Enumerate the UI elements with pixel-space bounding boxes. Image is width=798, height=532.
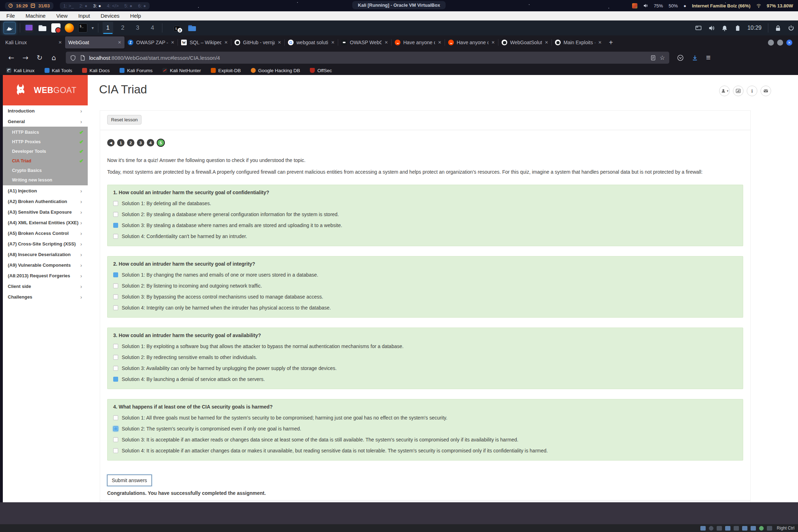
checkbox-checked-focused[interactable]	[113, 426, 118, 431]
host-workspace-5[interactable]: 5:●	[125, 3, 133, 8]
tab-webgoat-solutions-search[interactable]: webgoat solutions - ✕	[285, 36, 338, 48]
answer-option[interactable]: Solution 4: By launching a denial of ser…	[113, 376, 737, 382]
answer-option[interactable]: Solution 2: By redirecting sensitive ema…	[113, 354, 737, 360]
workspace-switcher[interactable]: 1:>_ 2:● 3:● 4:</> 5:● 6:●	[60, 2, 150, 10]
sidebar-item-cia-triad-current[interactable]: CIA Triad✔	[3, 156, 88, 166]
bookmark-offsec[interactable]: OffSec	[310, 68, 332, 73]
sidebar-item-general[interactable]: General›	[3, 116, 88, 127]
checkbox-unchecked[interactable]	[113, 355, 118, 360]
menu-file[interactable]: File	[6, 13, 15, 19]
tab-kali-linux[interactable]: Kali Linux ✕	[2, 36, 65, 48]
lesson-info-button[interactable]: i	[747, 86, 757, 96]
site-info-icon[interactable]	[80, 55, 86, 61]
tab-close-icon[interactable]: ✕	[171, 40, 174, 45]
sidebar-item-client-side[interactable]: Client side›	[3, 281, 88, 291]
workspace-3-button[interactable]: 3	[132, 22, 143, 34]
file-manager-icon[interactable]	[38, 23, 47, 33]
answer-option[interactable]: Solution 3: Availability can only be har…	[113, 365, 737, 371]
tab-close-icon[interactable]: ✕	[224, 40, 228, 45]
pocket-icon[interactable]	[677, 54, 684, 61]
sidebar-item-a4-xxe[interactable]: (A4) XML External Entities (XXE)›	[3, 217, 88, 228]
new-tab-button[interactable]: +	[605, 36, 617, 48]
report-card-button[interactable]	[733, 86, 744, 96]
display-status-icon[interactable]	[695, 25, 702, 31]
bookmark-kali-forums[interactable]: Kali Forums	[120, 68, 152, 73]
host-workspace-4[interactable]: 4:</>	[107, 3, 119, 8]
running-files-window[interactable]	[187, 23, 197, 33]
lock-screen-icon[interactable]	[775, 25, 781, 31]
tab-webgoat-active[interactable]: WebGoat ✕	[65, 36, 125, 48]
contact-button[interactable]	[761, 86, 771, 96]
tab-close-icon[interactable]: ✕	[598, 40, 602, 45]
sidebar-item-a8-2013-request-forgeries[interactable]: (A8:2013) Request Forgeries›	[3, 270, 88, 281]
sidebar-item-crypto-basics[interactable]: Crypto Basics	[3, 166, 88, 175]
kali-menu-button[interactable]	[4, 22, 16, 34]
checkbox-unchecked[interactable]	[113, 344, 118, 349]
panel-clock[interactable]: 10:29	[747, 25, 762, 31]
answer-option[interactable]: Solution 1: By deleting all the database…	[113, 201, 737, 206]
checkbox-checked[interactable]	[113, 272, 118, 277]
menu-hamburger-icon[interactable]: ≡	[706, 53, 711, 62]
window-close-button[interactable]: ✕	[786, 40, 792, 46]
notification-bell-icon[interactable]	[721, 25, 728, 31]
page-4-button[interactable]: 4	[147, 139, 154, 146]
checkbox-unchecked[interactable]	[113, 234, 118, 239]
back-button[interactable]: ←	[5, 52, 18, 64]
battery-status-icon[interactable]	[734, 25, 741, 31]
window-minimize-button[interactable]	[768, 40, 774, 46]
menu-input[interactable]: Input	[78, 13, 90, 19]
launcher-dropdown-icon[interactable]: ▾	[92, 25, 94, 30]
menu-help[interactable]: Help	[130, 13, 141, 19]
clock-widget[interactable]: 16:29 31/03	[5, 2, 53, 10]
tray-app-icon[interactable]	[632, 3, 637, 8]
tab-close-icon[interactable]: ✕	[384, 40, 388, 45]
tab-webgoatsolutions-repo[interactable]: WebGoatSolutions/S ✕	[498, 36, 551, 48]
bookmark-star-icon[interactable]: ☆	[660, 54, 665, 61]
answer-option[interactable]: Solution 3: By stealing a database where…	[113, 222, 737, 228]
host-workspace-3-active[interactable]: 3:●	[93, 3, 101, 8]
tab-close-icon[interactable]: ✕	[331, 40, 335, 45]
answer-option[interactable]: Solution 4: It is acceptable if an attac…	[113, 448, 737, 453]
logout-power-icon[interactable]	[788, 25, 794, 31]
host-workspace-1[interactable]: 1:>_	[63, 3, 74, 8]
sidebar-item-http-basics[interactable]: HTTP Basics✔	[3, 127, 88, 137]
checkbox-unchecked[interactable]	[113, 294, 118, 299]
tab-main-exploits[interactable]: Main Exploits · WebG ✕	[552, 36, 605, 48]
bookmark-exploit-db[interactable]: Exploit-DB	[211, 68, 241, 73]
tab-owasp-webgoat[interactable]: OWASP WebGoat: G ✕	[338, 36, 391, 48]
answer-option[interactable]: Solution 3: It is acceptable if an attac…	[113, 437, 737, 443]
tab-close-icon[interactable]: ✕	[118, 40, 121, 45]
checkbox-unchecked[interactable]	[113, 305, 118, 310]
menu-devices[interactable]: Devices	[101, 13, 120, 19]
checkbox-checked[interactable]	[113, 223, 118, 228]
audio-status-icon[interactable]	[708, 25, 715, 31]
sidebar-item-a2-broken-authentication[interactable]: (A2) Broken Authentication›	[3, 196, 88, 207]
checkbox-checked[interactable]	[113, 377, 118, 382]
bookmark-kali-nethunter[interactable]: Kali NetHunter	[162, 68, 201, 73]
home-button[interactable]: ⌂	[47, 52, 60, 64]
sidebar-item-a1-injection[interactable]: (A1) Injection›	[3, 185, 88, 196]
sidebar-item-a3-sensitive-data-exposure[interactable]: (A3) Sensitive Data Exposure›	[3, 207, 88, 217]
workspace-4-button[interactable]: 4	[147, 22, 158, 34]
answer-option[interactable]: Solution 1: By changing the names and em…	[113, 272, 737, 278]
checkbox-unchecked[interactable]	[113, 283, 118, 288]
tab-reddit-1[interactable]: Have anyone comple ✕	[392, 36, 445, 48]
address-bar[interactable]: localhost:8080/WebGoat/start.mvc#lesson/…	[66, 52, 669, 64]
sidebar-item-a9-vulnerable-components[interactable]: (A9) Vulnerable Components›	[3, 260, 88, 270]
workspace-2-button[interactable]: 2	[117, 22, 128, 34]
sidebar-item-http-proxies[interactable]: HTTP Proxies✔	[3, 137, 88, 146]
checkbox-unchecked[interactable]	[113, 437, 118, 442]
desktop-settings-icon[interactable]	[24, 23, 34, 33]
downloads-icon[interactable]	[692, 54, 698, 61]
bookmark-google-hacking-db[interactable]: Google Hacking DB	[251, 68, 300, 73]
sidebar-item-writing-new-lesson[interactable]: Writing new lesson	[3, 175, 88, 185]
answer-option[interactable]: Solution 4: Confidentiality can't be har…	[113, 233, 737, 239]
submit-answers-button[interactable]: Submit answers	[107, 475, 152, 486]
host-workspace-6[interactable]: 6:●	[138, 3, 146, 8]
sidebar-item-introduction[interactable]: Introduction›	[3, 105, 88, 116]
tracking-shield-icon[interactable]	[70, 55, 76, 61]
window-maximize-button[interactable]	[777, 40, 783, 46]
reload-button[interactable]: ↻	[33, 52, 46, 64]
tab-github-vernjan[interactable]: GitHub - vernjan/we ✕	[231, 36, 284, 48]
sidebar-item-developer-tools[interactable]: Developer Tools✔	[3, 146, 88, 156]
